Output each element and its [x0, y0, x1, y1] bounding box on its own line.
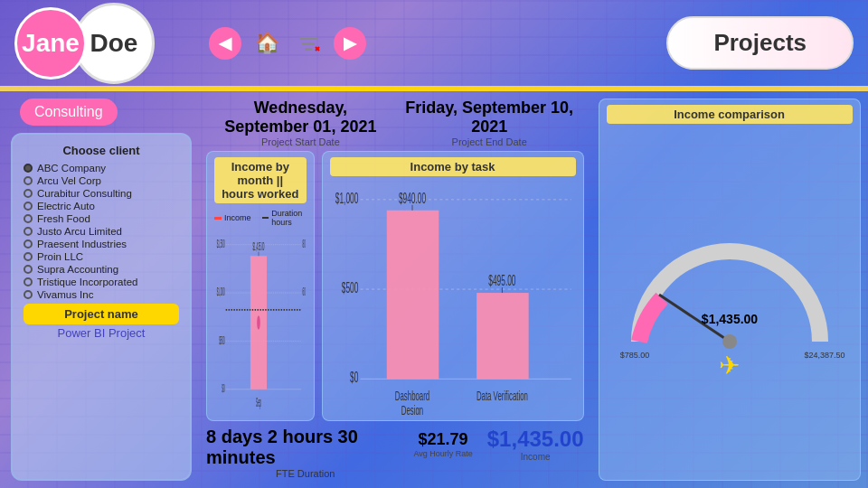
client-name: Tristique Incorporated — [37, 277, 137, 287]
gauge-area: $1,435.00 $785.00 $24,387.50 ✈ — [607, 129, 853, 474]
client-list-item[interactable]: Proin LLC — [24, 251, 179, 262]
svg-point-37 — [722, 334, 737, 349]
radio-dot — [24, 189, 33, 198]
svg-text:$500: $500 — [219, 334, 224, 347]
end-date-label: Project End Date — [404, 136, 575, 147]
first-name: Jane — [14, 7, 87, 80]
forward-button[interactable]: ▶ — [334, 27, 366, 60]
radio-dot — [24, 227, 33, 236]
filter-button[interactable] — [292, 27, 325, 60]
svg-text:$785.00: $785.00 — [619, 351, 649, 360]
gauge-svg: $1,435.00 $785.00 $24,387.50 — [612, 224, 847, 360]
svg-text:$24,387.50: $24,387.50 — [804, 351, 844, 360]
svg-text:$1,000: $1,000 — [217, 286, 225, 298]
svg-text:60: 60 — [303, 286, 306, 298]
income-legend-dot — [214, 217, 222, 220]
svg-text:$1,435.00: $1,435.00 — [701, 312, 757, 326]
income-legend: Income — [214, 209, 251, 227]
svg-text:$940.00: $940.00 — [398, 191, 425, 207]
client-list-title: Choose client — [24, 144, 179, 157]
task-chart-area: $1,000 $500 $0 $940.00 Dashboard — [330, 182, 576, 415]
client-name: Praesent Industries — [37, 239, 127, 249]
client-name: Fresh Food — [37, 213, 90, 224]
svg-rect-32 — [476, 293, 529, 379]
income-value: $1,435.00 — [487, 427, 584, 452]
task-chart-svg: $1,000 $500 $0 $940.00 Dashboard — [330, 182, 576, 415]
fte-duration: 8 days 2 hours 30 minutes — [206, 427, 404, 468]
client-list-item[interactable]: Justo Arcu Limited — [24, 226, 179, 237]
income-by-month-title: Income by month || hours worked — [214, 157, 307, 203]
client-name: Vivamus Inc — [37, 289, 93, 300]
income-comparison-box: Income comparison $1,435.00 $785.00 — [599, 99, 861, 481]
back-button[interactable]: ◀ — [209, 27, 241, 60]
name-badge: Jane Doe — [14, 3, 155, 84]
project-name-label: Project name — [24, 304, 179, 324]
svg-text:$1,500: $1,500 — [217, 238, 225, 250]
divider-line — [0, 86, 868, 91]
client-list-item[interactable]: Arcu Vel Corp — [24, 175, 179, 186]
client-name: Supra Accounting — [37, 264, 118, 275]
duration-legend: Duration hours — [262, 209, 307, 227]
svg-point-16 — [257, 315, 260, 330]
client-list-item[interactable]: Vivamus Inc — [24, 289, 179, 300]
svg-rect-27 — [386, 211, 439, 380]
start-date-block: Wednesday, September 01, 2021 Project St… — [215, 99, 386, 147]
income-by-task-chart: Income by task $1,000 $500 $0 — [322, 151, 584, 421]
comparison-title: Income comparison — [607, 105, 853, 124]
fte-label: FTE Duration — [206, 468, 404, 479]
client-list-item[interactable]: Fresh Food — [24, 213, 179, 224]
fte-block: 8 days 2 hours 30 minutes FTE Duration — [206, 427, 404, 479]
svg-text:Sep: Sep — [256, 395, 261, 408]
end-date: Friday, September 10, 2021 — [404, 99, 575, 136]
sidebar: Consulting Choose client ABC CompanyArcu… — [11, 99, 192, 481]
svg-text:$495.00: $495.00 — [488, 273, 515, 289]
radio-dot — [24, 277, 33, 286]
client-name: Curabitur Consulting — [37, 188, 132, 199]
client-list-item[interactable]: ABC Company — [24, 163, 179, 174]
client-name: Proin LLC — [37, 251, 83, 262]
income-block: $1,435.00 Income — [487, 427, 584, 462]
end-date-block: Friday, September 10, 2021 Project End D… — [404, 99, 575, 147]
income-chart-svg: $1,500 $1,000 $500 $0 80 60 — [214, 230, 307, 415]
start-date: Wednesday, September 01, 2021 — [215, 99, 386, 136]
svg-text:$1,435.00: $1,435.00 — [253, 240, 265, 253]
nav-icons: ◀ 🏠 ▶ — [209, 27, 366, 60]
client-list-item[interactable]: Praesent Industries — [24, 239, 179, 249]
svg-text:80: 80 — [303, 238, 306, 250]
page-title: Projects — [666, 16, 854, 70]
client-list-item[interactable]: Electric Auto — [24, 201, 179, 211]
center-panel: Wednesday, September 01, 2021 Project St… — [201, 99, 590, 481]
consulting-badge: Consulting — [20, 99, 118, 126]
svg-text:Design: Design — [401, 402, 422, 415]
radio-dot — [24, 202, 33, 211]
home-button[interactable]: 🏠 — [250, 27, 283, 60]
income-legend-label: Income — [224, 213, 251, 222]
svg-text:Data Verification: Data Verification — [476, 388, 527, 404]
project-name-value: Power BI Project — [24, 324, 179, 342]
right-panel: Income comparison $1,435.00 $785.00 — [599, 99, 861, 481]
svg-rect-0 — [299, 37, 317, 40]
client-list-item[interactable]: Curabitur Consulting — [24, 188, 179, 199]
radio-dot — [24, 252, 33, 261]
client-name: Justo Arcu Limited — [37, 226, 122, 237]
client-list: ABC CompanyArcu Vel CorpCurabitur Consul… — [24, 163, 179, 300]
svg-text:$500: $500 — [341, 280, 358, 296]
avg-hourly-rate-block: $21.79 Avg Hourly Rate — [413, 430, 472, 458]
client-name: Electric Auto — [37, 201, 95, 211]
start-date-label: Project Start Date — [215, 136, 386, 147]
radio-dot — [24, 290, 33, 299]
income-by-month-chart: Income by month || hours worked Income D… — [206, 151, 315, 421]
client-name: Arcu Vel Corp — [37, 175, 101, 186]
radio-dot — [24, 265, 33, 274]
svg-text:$0: $0 — [222, 382, 224, 395]
svg-rect-2 — [305, 48, 312, 51]
stats-row: 8 days 2 hours 30 minutes FTE Duration $… — [206, 425, 584, 481]
airplane-icon: ✈ — [719, 351, 740, 380]
svg-text:$0: $0 — [350, 371, 358, 387]
client-name: ABC Company — [37, 163, 106, 174]
client-list-item[interactable]: Tristique Incorporated — [24, 277, 179, 287]
client-list-item[interactable]: Supra Accounting — [24, 264, 179, 275]
avg-hourly-rate-value: $21.79 — [413, 430, 472, 449]
income-label: Income — [487, 452, 584, 462]
charts-row: Income by month || hours worked Income D… — [206, 151, 584, 421]
